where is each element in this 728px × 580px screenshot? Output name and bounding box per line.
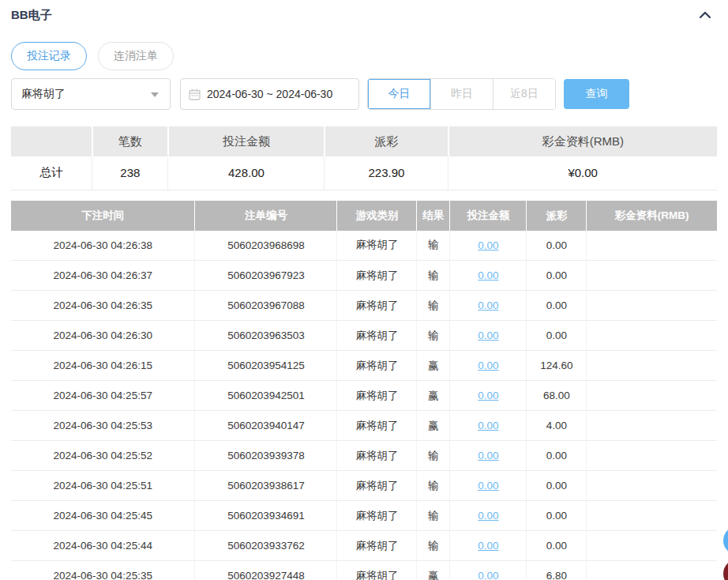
bet-time-cell: 2024-06-30 04:25:44 [11, 531, 195, 561]
bonus-cell [587, 381, 717, 411]
summary-total-label: 总计 [11, 156, 92, 190]
range-yesterday-button[interactable]: 昨日 [430, 79, 493, 109]
order-id-cell: 5060203927448 [195, 561, 337, 580]
bet-amount-link[interactable]: 0.00 [478, 570, 498, 580]
bet-amount-cell: 0.00 [450, 351, 527, 381]
bet-table-body: 2024-06-30 04:26:385060203968698麻将胡了输0.0… [11, 231, 717, 580]
date-range-input[interactable]: 2024-06-30 ~ 2024-06-30 [180, 78, 359, 110]
result-cell: 输 [417, 441, 450, 471]
bonus-cell [587, 471, 717, 501]
range-last8days-button[interactable]: 近8日 [493, 79, 555, 109]
bonus-cell [587, 291, 717, 321]
summary-total-bonus: ¥0.00 [448, 156, 717, 190]
header-bonus: 彩金资料(RMB) [587, 201, 717, 231]
bet-time-cell: 2024-06-30 04:25:45 [11, 501, 195, 531]
tab-label: 连消注单 [114, 49, 158, 63]
bet-time-cell: 2024-06-30 04:26:37 [11, 261, 195, 291]
game-type-cell: 麻将胡了 [337, 411, 417, 441]
game-type-cell: 麻将胡了 [337, 291, 417, 321]
game-select[interactable]: 麻将胡了 [11, 78, 171, 110]
bet-amount-cell: 0.00 [450, 321, 527, 351]
payout-cell: 68.00 [527, 381, 587, 411]
order-id-cell: 5060203942501 [195, 381, 337, 411]
payout-cell: 0.00 [527, 471, 587, 501]
payout-cell: 0.00 [527, 441, 587, 471]
chevron-down-icon [151, 92, 159, 97]
result-cell: 输 [417, 231, 450, 261]
result-cell: 输 [417, 501, 450, 531]
bet-amount-link[interactable]: 0.00 [478, 510, 498, 522]
bet-time-cell: 2024-06-30 04:26:35 [11, 291, 195, 321]
game-type-cell: 麻将胡了 [337, 351, 417, 381]
result-cell: 输 [417, 321, 450, 351]
tab-cancelled-orders[interactable]: 连消注单 [98, 42, 174, 70]
search-button[interactable]: 查询 [564, 79, 629, 109]
collapse-button[interactable] [693, 6, 717, 24]
bet-time-cell: 2024-06-30 04:26:38 [11, 231, 195, 261]
bet-table-header-row: 下注时间 注单编号 游戏类别 结果 投注金额 派彩 彩金资料(RMB) [11, 201, 717, 231]
table-row: 2024-06-30 04:26:155060203954125麻将胡了赢0.0… [11, 351, 717, 381]
summary-header-bonus: 彩金资料(RMB) [448, 126, 717, 156]
bet-amount-link[interactable]: 0.00 [478, 480, 498, 491]
payout-cell: 124.60 [527, 351, 587, 381]
record-tabs: 投注记录 连消注单 [11, 42, 717, 70]
order-id-cell: 5060203933762 [195, 531, 337, 561]
floating-service-button[interactable] [723, 526, 728, 555]
bet-amount-link[interactable]: 0.00 [478, 239, 498, 251]
order-id-cell: 5060203934691 [195, 501, 337, 531]
bet-amount-link[interactable]: 0.00 [478, 450, 498, 461]
game-type-cell: 麻将胡了 [337, 381, 417, 411]
calendar-icon [189, 89, 201, 100]
summary-total-bet: 428.00 [168, 156, 325, 190]
quick-range-group: 今日 昨日 近8日 [367, 78, 556, 110]
table-row: 2024-06-30 04:25:535060203940147麻将胡了赢0.0… [11, 411, 717, 441]
result-cell: 赢 [417, 411, 450, 441]
order-id-cell: 5060203939378 [195, 441, 337, 471]
table-row: 2024-06-30 04:25:575060203942501麻将胡了赢0.0… [11, 381, 717, 411]
range-today-button[interactable]: 今日 [368, 79, 430, 109]
payout-cell: 0.00 [527, 321, 587, 351]
bonus-cell [587, 501, 717, 531]
header-game-type: 游戏类别 [337, 201, 417, 231]
order-id-cell: 5060203938617 [195, 471, 337, 501]
summary-header-blank [11, 126, 92, 156]
bet-amount-link[interactable]: 0.00 [478, 330, 498, 341]
tab-bet-records[interactable]: 投注记录 [11, 42, 87, 70]
result-cell: 赢 [417, 351, 450, 381]
bonus-cell [587, 351, 717, 381]
game-type-cell: 麻将胡了 [337, 441, 417, 471]
result-cell: 输 [417, 471, 450, 501]
bet-table: 下注时间 注单编号 游戏类别 结果 投注金额 派彩 彩金资料(RMB) 2024… [11, 201, 717, 580]
bet-amount-link[interactable]: 0.00 [478, 390, 498, 401]
floating-promo-button[interactable] [723, 559, 728, 580]
bet-amount-link[interactable]: 0.00 [478, 269, 498, 281]
bonus-cell [587, 261, 717, 291]
bet-amount-cell: 0.00 [450, 381, 527, 411]
filter-bar: 麻将胡了 2024-06-30 ~ 2024-06-30 今日 昨日 近8日 查… [11, 78, 717, 110]
bonus-cell [587, 321, 717, 351]
bet-amount-link[interactable]: 0.00 [478, 299, 498, 311]
payout-cell: 0.00 [527, 501, 587, 531]
game-select-value: 麻将胡了 [21, 87, 66, 101]
table-row: 2024-06-30 04:26:305060203963503麻将胡了输0.0… [11, 321, 717, 351]
summary-total-count: 238 [92, 156, 168, 190]
summary-table: 笔数 投注金额 派彩 彩金资料(RMB) 总计 238 428.00 223.9… [11, 126, 717, 190]
bet-amount-link[interactable]: 0.00 [478, 420, 498, 431]
bet-amount-link[interactable]: 0.00 [478, 540, 498, 552]
summary-header-payout: 派彩 [325, 126, 448, 156]
table-row: 2024-06-30 04:25:455060203934691麻将胡了输0.0… [11, 501, 717, 531]
summary-header-row: 笔数 投注金额 派彩 彩金资料(RMB) [11, 126, 717, 156]
chevron-up-icon [699, 8, 711, 22]
game-type-cell: 麻将胡了 [337, 561, 417, 580]
table-row: 2024-06-30 04:26:375060203967923麻将胡了输0.0… [11, 261, 717, 291]
game-type-cell: 麻将胡了 [337, 231, 417, 261]
bet-amount-link[interactable]: 0.00 [478, 360, 498, 371]
header-bet-time: 下注时间 [11, 201, 195, 231]
bet-time-cell: 2024-06-30 04:25:57 [11, 381, 195, 411]
panel-header: BB电子 [11, 6, 717, 24]
header-bet-amount: 投注金额 [450, 201, 527, 231]
table-row: 2024-06-30 04:25:515060203938617麻将胡了输0.0… [11, 471, 717, 501]
header-result: 结果 [417, 201, 450, 231]
summary-header-bet: 投注金额 [168, 126, 325, 156]
bet-amount-cell: 0.00 [450, 471, 527, 501]
